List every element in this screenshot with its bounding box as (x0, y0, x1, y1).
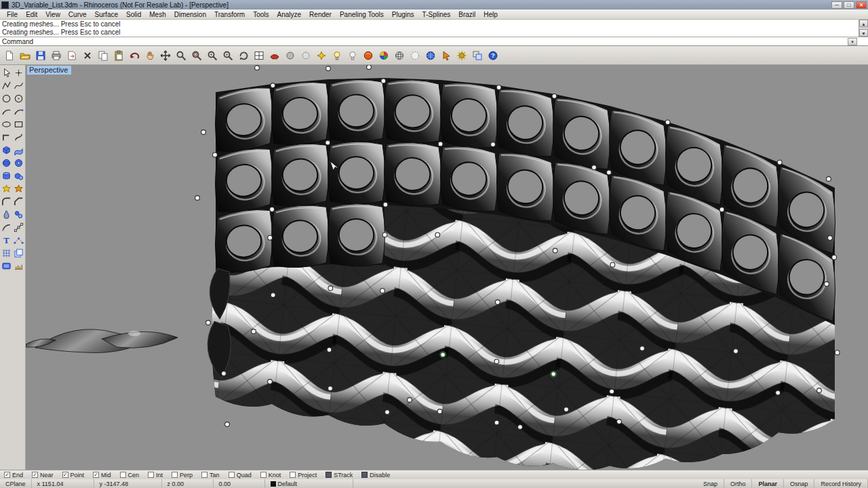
lightbulb-button[interactable] (330, 48, 344, 63)
drop-tool-button[interactable] (1, 208, 13, 221)
rotate-view-button[interactable] (236, 48, 251, 63)
osnap-knot[interactable]: Knot (260, 472, 281, 479)
box-solid-button[interactable] (1, 144, 13, 157)
osnap-strack[interactable]: STrack (326, 472, 353, 479)
circle-button[interactable] (1, 92, 13, 105)
render-ball-button[interactable] (361, 48, 376, 63)
point-tool-button[interactable] (13, 66, 25, 79)
menu-paneling-tools[interactable]: Paneling Tools (336, 11, 388, 18)
text-tool-button[interactable]: T (1, 234, 13, 247)
checkbox-icon[interactable]: ✓ (93, 472, 99, 478)
menu-view[interactable]: View (41, 11, 64, 18)
undo-button[interactable] (127, 48, 142, 63)
rectangle-button[interactable] (13, 118, 25, 131)
render-mesh-button[interactable] (267, 48, 282, 63)
menu-t-splines[interactable]: T-Splines (418, 11, 455, 18)
layer-copy-button[interactable] (13, 247, 25, 260)
osnap-end[interactable]: ✓End (4, 472, 23, 479)
close-button[interactable]: ✕ (856, 1, 867, 9)
checkbox-icon[interactable] (201, 472, 208, 478)
osnap-mid[interactable]: ✓Mid (93, 472, 111, 479)
chamfer-button[interactable] (13, 195, 25, 208)
mesh-grid-button[interactable] (1, 247, 13, 260)
new-file-button[interactable] (2, 48, 17, 63)
checkbox-icon[interactable] (361, 472, 368, 478)
menu-mesh[interactable]: Mesh (145, 11, 170, 18)
sphere-ghosted-button[interactable] (408, 48, 422, 63)
paste-button[interactable] (111, 48, 126, 63)
toggle-record-history[interactable]: Record History (814, 479, 868, 488)
osnap-near[interactable]: ✓Near (32, 472, 54, 479)
open-folder-button[interactable] (18, 48, 33, 63)
copy-button[interactable] (96, 48, 111, 63)
fillet-button[interactable] (1, 195, 13, 208)
menu-render[interactable]: Render (305, 11, 336, 18)
arc-button[interactable] (1, 105, 13, 118)
scroll-down-icon[interactable]: ▼ (859, 29, 868, 37)
viewport-title-label[interactable]: Perspective (27, 66, 71, 75)
help-ball-button[interactable]: ? (486, 48, 500, 63)
zoom-selected-button[interactable] (220, 48, 235, 63)
color-wheel-button[interactable] (376, 48, 391, 63)
cylinder-solid-button[interactable] (1, 169, 13, 182)
panel-manager-button[interactable] (470, 48, 485, 63)
pan-hand-button[interactable] (142, 48, 157, 63)
maximize-button[interactable]: □ (844, 1, 854, 9)
pointer-tool-button[interactable] (439, 48, 454, 63)
solid-tools-button[interactable] (13, 169, 25, 182)
earth-globe-button[interactable] (423, 48, 438, 63)
command-combo-arrow[interactable]: ▾ (848, 38, 857, 45)
menu-file[interactable]: File (3, 11, 22, 18)
toggle-snap[interactable]: Snap (697, 479, 724, 488)
command-input[interactable] (36, 38, 848, 45)
scale-handles-button[interactable] (13, 221, 25, 234)
checkbox-icon[interactable] (120, 472, 126, 478)
print-button[interactable] (49, 48, 64, 63)
menu-plugins[interactable]: Plugins (388, 11, 418, 18)
minimize-button[interactable]: ─ (831, 1, 842, 9)
zoom-extents-button[interactable] (205, 48, 220, 63)
ellipse-button[interactable] (1, 118, 13, 131)
axes-grid-button[interactable] (13, 260, 25, 272)
sphere-solid-button[interactable] (1, 157, 13, 169)
zoom-window-button[interactable] (189, 48, 204, 63)
circle-center-button[interactable] (13, 92, 25, 105)
surface-tool-button[interactable] (13, 144, 25, 157)
zoom-dynamic-button[interactable] (174, 48, 189, 63)
select-arrow-button[interactable] (1, 66, 13, 79)
checkbox-icon[interactable]: ✓ (62, 472, 68, 478)
spotlight-button[interactable] (314, 48, 329, 63)
scroll-up-icon[interactable]: ▲ (859, 20, 868, 27)
osnap-point[interactable]: ✓Point (62, 472, 85, 479)
boolean-burst2-button[interactable] (13, 182, 25, 195)
point-handles-button[interactable] (13, 234, 25, 247)
osnap-quad[interactable]: Quad (229, 472, 252, 479)
join-spheres-button[interactable] (13, 208, 25, 221)
polyline-button[interactable] (1, 79, 13, 92)
menu-tools[interactable]: Tools (249, 11, 273, 18)
checkbox-icon[interactable] (229, 472, 235, 478)
osnap-cen[interactable]: Cen (120, 472, 140, 479)
move-cross-button[interactable] (158, 48, 173, 63)
menu-help[interactable]: Help (479, 11, 502, 18)
viewport-layout-button[interactable] (252, 48, 267, 63)
checkbox-icon[interactable]: ✓ (4, 472, 10, 478)
export-button[interactable] (64, 48, 79, 63)
delete-button[interactable] (80, 48, 95, 63)
toggle-osnap[interactable]: Osnap (784, 479, 815, 488)
checkbox-icon[interactable] (172, 472, 178, 478)
menu-curve[interactable]: Curve (64, 11, 91, 18)
panel-blue-button[interactable] (1, 260, 13, 272)
layer-pane[interactable]: Default (265, 479, 353, 488)
gear-options-button[interactable] (454, 48, 469, 63)
osnap-tan[interactable]: Tan (201, 472, 220, 479)
menu-analyze[interactable]: Analyze (273, 11, 306, 18)
osnap-disable[interactable]: Disable (361, 472, 390, 479)
menu-surface[interactable]: Surface (91, 11, 122, 18)
checkbox-icon[interactable] (148, 472, 154, 478)
lamp-button[interactable] (345, 48, 360, 63)
shaded-view-button[interactable] (283, 48, 298, 63)
cplane-label[interactable]: CPlane (0, 479, 32, 488)
torus-solid-button[interactable] (13, 157, 25, 169)
control-curve-button[interactable] (13, 79, 25, 92)
